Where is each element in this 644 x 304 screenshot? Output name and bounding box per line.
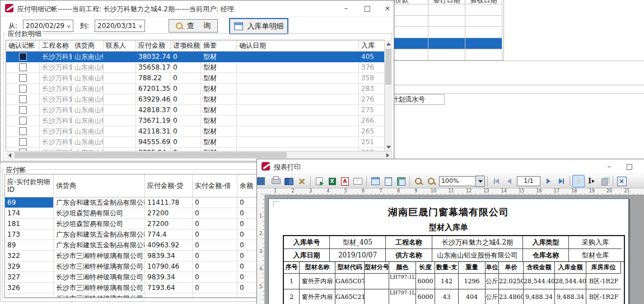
panel-border <box>0 301 256 302</box>
cell-project: 长沙万科魅力... <box>40 126 72 137</box>
chevron-down-icon[interactable]: ∨ <box>136 23 144 29</box>
to-date-combobox[interactable]: 2020/03/31 ∨ <box>95 20 145 32</box>
single-page-icon[interactable] <box>382 175 394 187</box>
confirm-checkbox[interactable] <box>19 53 27 61</box>
query-button[interactable]: 查 询 <box>169 19 218 33</box>
cell-tax: 0 <box>171 137 201 148</box>
close-preview-icon[interactable]: × <box>615 175 628 187</box>
table-row[interactable]: 322 长沙市三湘特种玻璃有限公司 9839.34 0 0 <box>5 251 257 261</box>
hand-tool-icon[interactable]: ☝ <box>572 175 585 187</box>
close-button[interactable]: × <box>640 159 644 173</box>
print-setup-icon[interactable] <box>369 175 381 187</box>
scroll-down-button[interactable] <box>385 143 392 151</box>
cell-project: 长沙万科魅力... <box>40 105 72 116</box>
cell-supplier: 长沙市三湘特种玻璃有限公司 <box>54 293 145 297</box>
cell-location: B区-1R2F <box>586 289 621 304</box>
text-select-icon[interactable]: I <box>585 175 598 187</box>
table-row[interactable]: 69 广东合和建筑五金制品有限公司 11411.78 0 0 <box>5 197 257 208</box>
table-row[interactable]: 长沙万科魅力... 山东南山铝业... 35658.17 0 型材 376 <box>6 62 385 73</box>
first-page-button[interactable] <box>490 175 502 187</box>
export-icon[interactable] <box>313 175 325 187</box>
cell-weight: 404 <box>459 289 486 304</box>
mail-icon[interactable] <box>352 175 364 187</box>
horizontal-scrollbar[interactable] <box>6 151 391 159</box>
confirm-checkbox[interactable] <box>19 106 27 114</box>
chevron-down-icon[interactable] <box>475 176 485 187</box>
confirm-checkbox[interactable] <box>19 95 27 103</box>
print-icon[interactable] <box>270 175 282 187</box>
copy-icon[interactable] <box>598 175 610 187</box>
next-page-button[interactable] <box>542 175 554 187</box>
cell-inbound-no: 276 <box>359 94 385 105</box>
table-row[interactable]: 长沙万科魅力... 山东南山铝业... 63929.46 0 型材 276 <box>6 94 385 105</box>
screen: 合同价款 签订日期 验收日期 计划流水号 应付帐 应-实付款明细ID 供货商 <box>0 0 644 304</box>
column-header: 进项税额 <box>171 40 201 52</box>
inbound-detail-button[interactable]: 入库单明细 <box>229 18 288 34</box>
maximize-button[interactable]: □ <box>358 1 377 16</box>
scrollbar-thumb[interactable] <box>15 152 287 158</box>
confirm-checkbox[interactable] <box>19 117 27 125</box>
maximize-button[interactable]: □ <box>620 159 639 173</box>
info-value: 长沙万科魅力之城4.2期 <box>432 236 523 249</box>
table-row[interactable]: 长沙万科魅力... 山东南山铝业... 788.22 0 型材 358 <box>6 73 385 84</box>
page-indicator[interactable]: 1/1 <box>517 176 540 186</box>
table-row[interactable]: 长沙万科魅力... 山东南山铝业... 94555.69 0 型材 251 <box>6 137 385 148</box>
confirm-checkbox[interactable] <box>19 85 27 93</box>
info-label: 入库单号 <box>284 236 330 249</box>
table-row[interactable]: 174 长沙坦森贸易有限公司 27200 0 0 <box>5 208 257 219</box>
cell-balance: 0 <box>237 197 257 208</box>
scroll-right-button[interactable] <box>384 151 391 159</box>
table-row[interactable]: 长沙万科魅力... 山东南山铝业... 73671.19 0 型材 266 <box>6 116 385 126</box>
cell-balance: 0 <box>237 208 257 219</box>
report-info-table: 入库单号 型材_405 工程名称 长沙万科魅力之城4.2期 入库类型 采购入库 … <box>283 235 625 262</box>
column-header: 联系人 <box>104 40 136 52</box>
table-row[interactable]: 89 广东合和建筑五金制品有限公司 40963.92 0 0 <box>5 240 257 251</box>
close-button[interactable]: × <box>378 1 397 16</box>
multi-page-icon[interactable] <box>395 175 407 187</box>
ruler-number: 3 <box>257 249 264 266</box>
table-row[interactable]: 327 长沙市三湘特种玻璃有限公司 9839.34 0 0 <box>5 272 257 283</box>
cell-supplier: 广东合和建筑五金制品有限公司 <box>54 240 145 251</box>
column-header: 确认记帐 <box>6 40 40 52</box>
excel-export-icon[interactable]: X <box>326 175 338 187</box>
cell-confirm-date <box>237 116 359 126</box>
clipped-tool-icon[interactable] <box>257 175 269 187</box>
table-row[interactable]: 329 长沙市三湘特种玻璃有限公司 10790.46 0 0 <box>5 261 257 272</box>
tools-icon[interactable] <box>296 175 308 187</box>
table-row[interactable]: 326 长沙市三湘特种玻璃有限公司 7193.64 0 0 <box>5 283 257 293</box>
table-row[interactable]: 181 长沙坦森贸易有限公司 27200 0 0 <box>5 219 257 229</box>
confirm-checkbox[interactable] <box>19 74 27 82</box>
zoom-in-icon[interactable] <box>412 175 424 187</box>
cell-credit: 10790.46 <box>145 261 193 272</box>
last-page-button[interactable] <box>555 175 567 187</box>
table-row[interactable]: 长沙万科魅力... 山东南山铝业... 42118.31 0 型材 265 <box>6 126 385 137</box>
confirm-checkbox[interactable] <box>19 63 27 71</box>
chevron-down-icon[interactable]: ∨ <box>64 23 73 29</box>
minimize-button[interactable]: – <box>600 159 619 173</box>
zoom-combobox[interactable]: 100% <box>439 176 485 187</box>
cell-supplier: 广东合和建筑五金制品有限公司 <box>54 229 145 240</box>
table-row[interactable]: 长沙万科魅力... 山东南山铝业... 38032.74 0 型材 405 <box>6 52 385 62</box>
detail-column-header: 型材名称 <box>300 262 335 274</box>
cell-confirm-date <box>237 94 359 105</box>
table-row[interactable]: 长沙市三湘特种玻璃有限公司 <box>5 293 257 297</box>
scrollbar-thumb[interactable] <box>385 49 391 85</box>
confirm-checkbox[interactable] <box>19 127 27 135</box>
scroll-up-button[interactable] <box>385 40 392 48</box>
confirm-checkbox[interactable] <box>19 138 27 146</box>
report-preview-area[interactable]: 12345 湖南巨晟门窗幕墙有限公司 型材入库单 入库单号 型材_405 工程名… <box>257 195 644 304</box>
table-row[interactable]: 长沙万科魅力... 山东南山铝业... 67201.35 0 型材 283 <box>6 84 385 94</box>
window2-titlebar[interactable]: 报表打印 – □ × <box>257 159 644 174</box>
table-row[interactable]: 173 广东合和建筑五金制品有限公司 774.4 0 0 <box>5 229 257 240</box>
pdf-export-icon[interactable]: A <box>339 175 351 187</box>
book-icon[interactable] <box>283 175 295 187</box>
window1-titlebar[interactable]: 应付明细记帐------当前工程: 长沙万科魅力之城4.2期------当前用户… <box>1 1 394 17</box>
vertical-scrollbar[interactable] <box>384 40 392 151</box>
minimize-button[interactable]: – <box>337 1 356 16</box>
table-row[interactable]: 长沙万科魅力... 山东南山铝业... 42818.37 0 型材 275 <box>6 105 385 116</box>
zoom-out-icon[interactable] <box>425 175 437 187</box>
scroll-left-button[interactable] <box>6 151 13 159</box>
cell-project: 长沙万科魅力... <box>40 137 72 148</box>
previous-page-button[interactable] <box>503 175 515 187</box>
divider <box>389 93 644 94</box>
